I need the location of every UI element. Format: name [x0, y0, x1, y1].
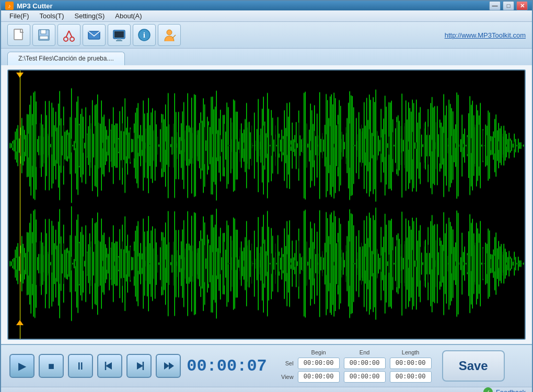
footer: ✓ Feedback — [1, 387, 532, 392]
svg-text:i: i — [143, 31, 145, 39]
feedback-icon: ✓ — [483, 387, 493, 392]
svg-rect-11 — [117, 39, 121, 40]
view-length-input[interactable] — [390, 371, 432, 383]
svg-rect-12 — [116, 40, 122, 41]
stop-button[interactable]: ■ — [39, 354, 64, 378]
maximize-button[interactable]: □ — [503, 1, 514, 10]
go-end-button[interactable] — [156, 354, 181, 378]
menu-bar: File(F) Tools(T) Setting(S) About(A) — [1, 10, 532, 22]
svg-point-4 — [64, 37, 68, 41]
save-file-button[interactable] — [32, 24, 55, 46]
svg-marker-20 — [137, 362, 143, 370]
svg-marker-21 — [164, 362, 169, 370]
main-window: ♪ MP3 Cutter — □ ✕ File(F) Tools(T) Sett… — [0, 0, 533, 392]
mark-in-button[interactable] — [97, 354, 122, 378]
app-icon: ♪ — [5, 2, 14, 10]
view-begin-input[interactable] — [298, 371, 340, 383]
svg-marker-18 — [106, 362, 112, 370]
sel-end-input[interactable] — [344, 358, 386, 369]
length-header: Length — [390, 349, 432, 355]
waveform-container: Start End — [1, 65, 532, 344]
view-end-input[interactable] — [344, 371, 386, 383]
menu-tools[interactable]: Tools(T) — [36, 10, 68, 21]
feedback-link[interactable]: Feedback — [496, 388, 526, 393]
email-button[interactable] — [83, 24, 106, 46]
svg-rect-2 — [41, 30, 46, 34]
playhead-marker-bottom — [16, 320, 24, 325]
cut-button[interactable] — [57, 24, 80, 46]
tab-bar: Z:\Test Files\Canción de prueba.... — [1, 49, 532, 65]
timeline-bar: Start End — [8, 339, 525, 340]
menu-settings[interactable]: Setting(S) — [71, 10, 109, 21]
svg-rect-10 — [114, 31, 124, 38]
sel-begin-input[interactable] — [298, 358, 340, 369]
info-button[interactable]: i — [133, 24, 156, 46]
svg-marker-22 — [169, 362, 174, 370]
person-button[interactable] — [158, 24, 181, 46]
svg-line-7 — [69, 31, 72, 38]
svg-rect-3 — [40, 36, 48, 39]
website-link[interactable]: http://www.MP3Toolkit.com — [183, 31, 526, 39]
svg-point-5 — [70, 37, 74, 41]
svg-line-6 — [66, 31, 69, 38]
view-label: View — [281, 374, 294, 380]
waveform-canvas[interactable] — [8, 70, 525, 339]
new-file-button[interactable] — [7, 24, 30, 46]
time-fields: Begin End Length Sel View — [281, 349, 432, 383]
begin-header: Begin — [298, 349, 340, 355]
sel-length-input[interactable] — [390, 358, 432, 369]
time-display: 00:00:07 — [185, 357, 269, 376]
window-controls: — □ ✕ — [489, 1, 528, 10]
toolbar: i http://www.MP3Toolkit.com — [1, 22, 532, 49]
minimize-button[interactable]: — — [489, 1, 501, 10]
playhead — [20, 70, 20, 339]
save-button[interactable]: Save — [442, 350, 505, 382]
window-title: MP3 Cutter — [17, 2, 489, 10]
file-tab[interactable]: Z:\Test Files\Canción de prueba.... — [7, 52, 125, 65]
play-button[interactable]: ▶ — [9, 354, 34, 378]
end-header: End — [344, 349, 386, 355]
waveform-display[interactable]: Start End — [7, 69, 526, 340]
svg-point-15 — [167, 30, 172, 35]
close-button[interactable]: ✕ — [516, 1, 528, 10]
screen-button[interactable] — [108, 24, 131, 46]
pause-button[interactable]: ⏸ — [68, 354, 93, 378]
menu-file[interactable]: File(F) — [5, 10, 33, 21]
svg-line-16 — [172, 35, 176, 38]
sel-label: Sel — [281, 360, 294, 366]
svg-rect-0 — [14, 29, 22, 40]
menu-about[interactable]: About(A) — [111, 10, 146, 21]
mark-out-button[interactable] — [126, 354, 152, 378]
controls-bar: ▶ ■ ⏸ 00:00:07 Begin End — [1, 344, 532, 387]
title-bar: ♪ MP3 Cutter — □ ✕ — [1, 1, 532, 10]
